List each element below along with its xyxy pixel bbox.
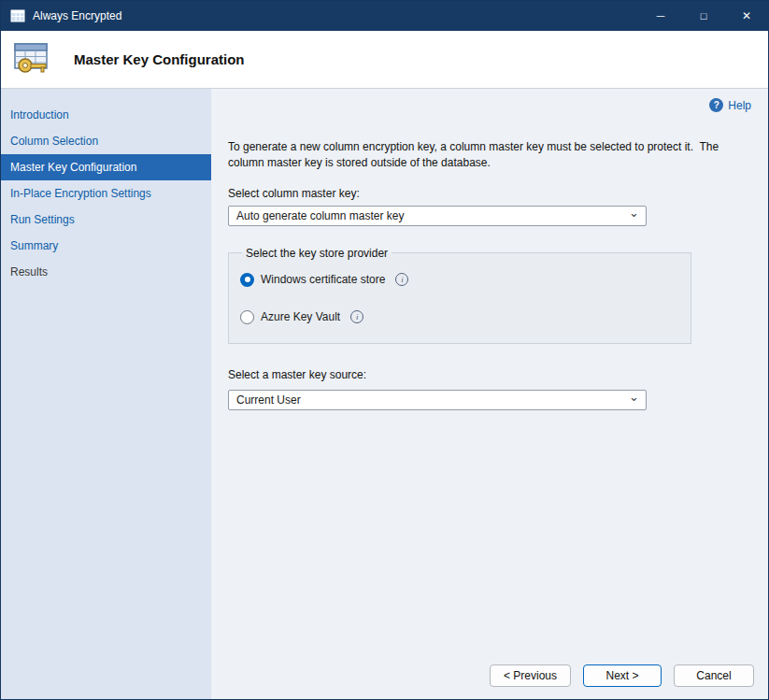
previous-button[interactable]: < Previous xyxy=(490,664,571,687)
page-title: Master Key Configuration xyxy=(74,51,245,67)
info-icon[interactable]: i xyxy=(350,310,363,323)
master-key-configuration-panel: ? Help To generate a new column encrypti… xyxy=(211,89,768,699)
next-button[interactable]: Next > xyxy=(583,664,662,687)
wizard-steps-sidebar: Introduction Column Selection Master Key… xyxy=(1,89,211,699)
radio-selected-icon[interactable] xyxy=(240,273,254,287)
step-summary[interactable]: Summary xyxy=(1,233,211,259)
step-introduction[interactable]: Introduction xyxy=(1,102,211,128)
title-bar: Always Encrypted ─ □ ✕ xyxy=(1,1,768,31)
wizard-footer: < Previous Next > Cancel xyxy=(490,664,754,687)
radio-azure-key-vault[interactable]: Azure Key Vault i xyxy=(240,310,679,324)
column-master-key-value: Auto generate column master key xyxy=(236,209,404,222)
radio-azure-key-vault-label: Azure Key Vault xyxy=(261,310,340,323)
chevron-down-icon: ⌄ xyxy=(629,208,639,218)
master-key-source-dropdown[interactable]: Current User ⌄ xyxy=(228,390,647,410)
cancel-button[interactable]: Cancel xyxy=(674,664,754,687)
step-master-key-configuration[interactable]: Master Key Configuration xyxy=(1,154,211,180)
description-text: To generate a new column encryption key,… xyxy=(228,139,740,171)
help-icon: ? xyxy=(709,98,723,112)
step-run-settings[interactable]: Run Settings xyxy=(1,207,211,233)
step-in-place-encryption-settings[interactable]: In-Place Encryption Settings xyxy=(1,180,211,207)
key-store-provider-legend: Select the key store provider xyxy=(242,247,392,260)
always-encrypted-window: Always Encrypted ─ □ ✕ Master Key Config… xyxy=(0,0,769,700)
wizard-body: Introduction Column Selection Master Key… xyxy=(1,89,768,699)
master-key-source-value: Current User xyxy=(236,393,301,407)
minimize-button[interactable]: ─ xyxy=(639,1,682,31)
maximize-button[interactable]: □ xyxy=(682,1,725,31)
radio-unselected-icon[interactable] xyxy=(240,310,254,324)
wizard-header: Master Key Configuration xyxy=(1,31,768,89)
step-column-selection[interactable]: Column Selection xyxy=(1,128,211,154)
help-label: Help xyxy=(728,99,751,112)
window-title: Always Encrypted xyxy=(33,9,121,22)
column-master-key-label: Select column master key: xyxy=(228,187,751,200)
close-button[interactable]: ✕ xyxy=(725,1,768,31)
master-key-source-label: Select a master key source: xyxy=(228,368,751,381)
help-row: ? Help xyxy=(228,98,751,117)
step-results: Results xyxy=(1,259,211,285)
chevron-down-icon: ⌄ xyxy=(629,393,639,402)
radio-windows-certificate-store-label: Windows certificate store xyxy=(261,273,385,286)
app-icon xyxy=(10,8,25,23)
column-master-key-dropdown[interactable]: Auto generate column master key ⌄ xyxy=(228,206,647,226)
radio-windows-certificate-store[interactable]: Windows certificate store i xyxy=(240,273,679,287)
help-link[interactable]: ? Help xyxy=(709,98,751,112)
key-store-provider-group: Select the key store provider Windows ce… xyxy=(228,247,691,344)
master-key-table-icon xyxy=(12,40,53,79)
info-icon[interactable]: i xyxy=(395,273,408,286)
window-controls: ─ □ ✕ xyxy=(639,1,768,31)
